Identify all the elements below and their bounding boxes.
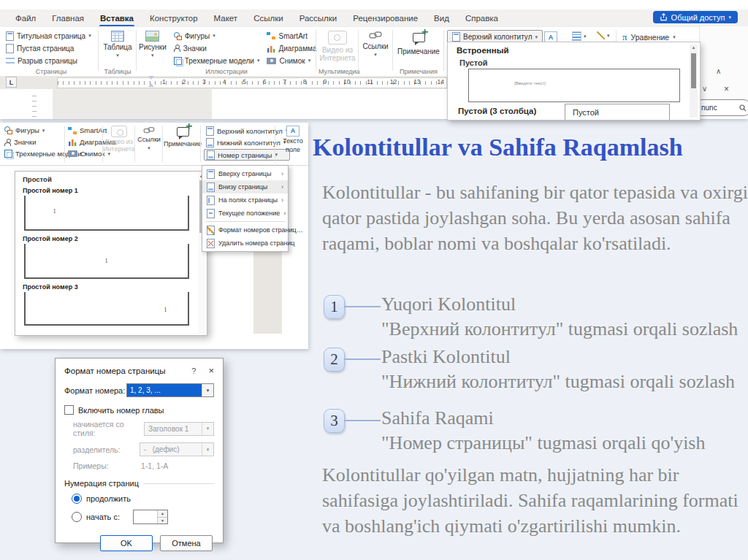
check-icon[interactable]: ∨: [702, 85, 707, 93]
collapse-ribbon-icon[interactable]: ∧: [716, 67, 721, 75]
screenshot-button[interactable]: Снимок▾: [267, 55, 316, 66]
quick-parts-button[interactable]: ▾: [570, 30, 589, 42]
pictures-button[interactable]: Рисунки ▾: [139, 27, 167, 66]
smartart-button[interactable]: SmartArt: [267, 31, 316, 41]
tab-file[interactable]: Файл: [7, 11, 44, 26]
close-icon[interactable]: ×: [208, 365, 214, 376]
numbered-badge-3: 3: [324, 409, 345, 433]
table-icon: [111, 31, 124, 42]
close-icon[interactable]: ×: [724, 84, 729, 94]
continue-radio-label: продолжить: [86, 494, 131, 503]
help-icon[interactable]: ?: [191, 367, 196, 375]
group-label-illustrations: Иллюстрации: [139, 68, 314, 75]
online-video-button[interactable]: Видео из Интернета: [104, 126, 134, 153]
vertical-ruler-ticks: [32, 92, 37, 117]
numbered-badge-1: 1: [324, 295, 345, 319]
examples-value: 1-1, 1-A: [141, 461, 214, 470]
tab-references[interactable]: Ссылки: [245, 11, 291, 26]
page-break-button[interactable]: Разрыв страницы: [6, 55, 96, 66]
icons-icon: [174, 45, 180, 52]
item-desc: "Номер страницы" tugmasi orqali qo'yish: [381, 431, 705, 456]
links-button[interactable]: Ссылки ▾: [137, 126, 161, 151]
group-separator: [162, 126, 163, 162]
video-icon: [111, 126, 127, 137]
shapes-icon: [174, 32, 182, 40]
cover-page-button[interactable]: Титульная страница▾: [6, 31, 96, 41]
list-item-2: Pastki Kolontitul "Нижний колонтитул" tu…: [381, 345, 735, 394]
include-chapter-checkbox[interactable]: [64, 405, 74, 415]
menu-separator: [205, 221, 285, 222]
start-at-field[interactable]: [134, 510, 157, 523]
spin-up-icon[interactable]: ▲: [158, 510, 167, 518]
gallery-preview-plain-1[interactable]: 1: [24, 196, 189, 231]
group-media: Видео из Интернета Мультимедиа: [318, 27, 356, 77]
table-button[interactable]: Таблица ▾: [101, 27, 134, 58]
tab-insert[interactable]: Вставка: [92, 11, 142, 26]
menu-item-format-page-numbers[interactable]: Формат номеров страниц…: [202, 223, 288, 237]
spin-down-icon[interactable]: ▼: [158, 518, 167, 524]
comment-button[interactable]: Примечание: [395, 27, 442, 55]
chapter-style-select[interactable]: Заголовок 1 ▾: [144, 422, 214, 436]
chevron-down-icon: ▾: [151, 53, 154, 58]
page-number-format-dialog: Формат номера страницы ? × Формат номера…: [55, 358, 224, 543]
comment-button[interactable]: Примечание: [165, 127, 200, 148]
page-number-button[interactable]: Номер страницы▾: [204, 149, 290, 161]
gallery-item-label: Простой номер 2: [15, 233, 207, 244]
continue-radio[interactable]: [72, 494, 82, 504]
slide-outro-paragraph: Kolontitullar qo'yilgan matn, hujjatning…: [322, 462, 748, 539]
slide-title: Kolontitullar va Sahifa Raqamlash: [313, 134, 748, 161]
3d-models-button[interactable]: Трехмерные модели▾: [174, 55, 260, 66]
badge-connector-line: [344, 358, 381, 360]
menu-item-remove-page-numbers[interactable]: Удалить номера страниц: [202, 237, 288, 250]
footer-button[interactable]: Нижний колонтитул▾: [204, 137, 290, 147]
gallery-section-label: Простой: [15, 172, 207, 185]
tab-selector[interactable]: L: [6, 77, 17, 88]
tab-home[interactable]: Главная: [44, 11, 92, 26]
text-box-button[interactable]: A Тексто поле: [280, 126, 306, 154]
chevron-down-icon: ▾: [673, 34, 676, 40]
chart-button[interactable]: Диаграмма: [267, 43, 316, 53]
dropdown-scrollbar[interactable]: ▲: [690, 45, 698, 118]
links-button[interactable]: Ссылки ▾: [361, 27, 390, 58]
scroll-up-icon[interactable]: ▲: [690, 45, 698, 51]
start-at-stepper[interactable]: ▲ ▼: [133, 510, 168, 524]
menu-item-top-of-page[interactable]: Вверху страницы›: [202, 167, 288, 180]
tab-design[interactable]: Конструктор: [142, 11, 206, 26]
header-button[interactable]: Верхний колонтитул▾: [204, 126, 290, 136]
tab-mailings[interactable]: Рассылки: [291, 11, 346, 26]
group-separator: [64, 126, 65, 162]
tab-help[interactable]: Справка: [457, 11, 506, 26]
scrollbar-thumb[interactable]: [691, 53, 696, 88]
indent-marker[interactable]: [148, 76, 155, 87]
share-button[interactable]: Общий доступ ▾: [653, 11, 738, 23]
separator-select[interactable]: - (дефис) ▾: [140, 442, 214, 456]
gallery-preview-plain-2[interactable]: 1: [24, 244, 189, 279]
ribbon-fragment: Фигуры▾ Значки Трехмерные модели▾ SmartA…: [0, 123, 308, 166]
page-break-icon: [6, 57, 15, 64]
signature-button[interactable]: ▾: [595, 30, 612, 41]
cancel-button[interactable]: Отмена: [160, 535, 213, 551]
menu-item-bottom-of-page[interactable]: Внизу страницы›: [202, 180, 288, 193]
blank-header-preview[interactable]: [Введите текст]: [468, 69, 680, 102]
number-format-select[interactable]: 1, 2, 3, ... ▾: [126, 383, 214, 397]
tab-view[interactable]: Вид: [426, 11, 457, 26]
submenu-arrow-icon: ›: [281, 196, 283, 204]
badge-connector-line: [344, 420, 381, 421]
start-at-radio[interactable]: [72, 512, 82, 522]
cover-page-icon: [6, 31, 14, 41]
tab-layout[interactable]: Макет: [206, 11, 246, 26]
menu-item-current-position[interactable]: Текущее положение›: [202, 207, 288, 220]
share-icon: [660, 13, 668, 21]
gallery-preview-plain-3[interactable]: 1: [24, 292, 189, 326]
online-video-button[interactable]: Видео из Интернета: [318, 27, 356, 62]
search-field[interactable]: nunc: [695, 99, 748, 116]
number-format-label: Формат номера:: [64, 386, 125, 395]
group-separator: [98, 30, 99, 71]
menu-item-page-margins[interactable]: На полях страницы›: [202, 193, 288, 207]
tab-review[interactable]: Рецензирование: [345, 11, 426, 26]
blank-page-button[interactable]: Пустая страница: [6, 43, 96, 53]
icons-button[interactable]: Значки: [174, 43, 260, 53]
ok-button[interactable]: OK: [100, 535, 153, 551]
dialog-titlebar: Формат номера страницы ? ×: [56, 358, 223, 377]
shapes-button[interactable]: Фигуры▾: [174, 31, 260, 41]
